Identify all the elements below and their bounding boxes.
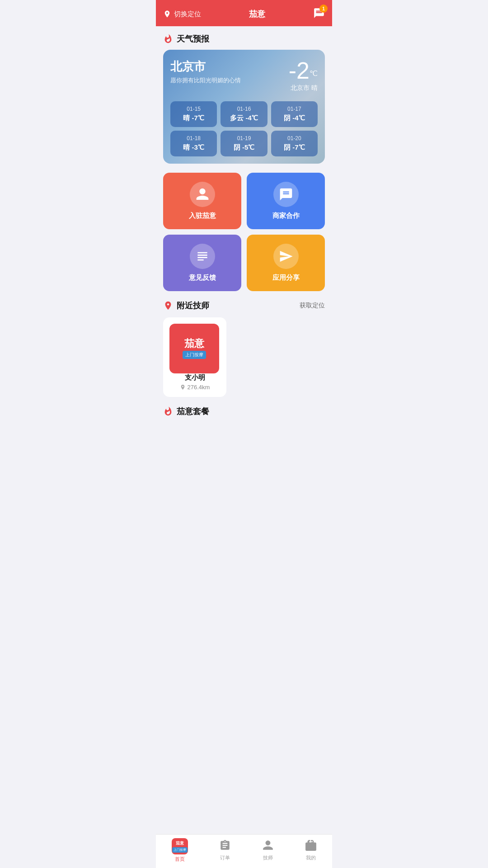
nav-icon-mine (305, 840, 317, 853)
feature-grid: 入驻茄意 商家合作 意见反馈 应用分享 (163, 173, 325, 291)
nav-icon-orders (219, 840, 231, 853)
weather-right: -2℃ 北京市 晴 (289, 59, 318, 92)
weather-day-desc: 阴 -4℃ (275, 114, 314, 123)
weather-card: 北京市 愿你拥有比阳光明媚的心情 -2℃ 北京市 晴 01-15 晴 -7℃ 0… (163, 50, 325, 164)
location-label: 切换定位 (174, 10, 201, 19)
main-content: 天气预报 北京市 愿你拥有比阳光明媚的心情 -2℃ 北京市 晴 01-15 晴 … (156, 26, 332, 458)
feature-card-join[interactable]: 入驻茄意 (163, 173, 241, 229)
nearby-title: 附近技师 (177, 300, 209, 311)
bottom-navigation: 茄意上门按摩 首页 订单 技师 我的 (156, 834, 332, 868)
weather-section-header: 天气预报 (163, 33, 325, 44)
nav-label-mine: 我的 (306, 854, 316, 861)
weather-day-date: 01-19 (224, 135, 263, 142)
technician-card[interactable]: 茄意 上门按摩 支小明 276.4km (163, 317, 226, 397)
feature-icon-wrap-share (273, 244, 299, 269)
weather-temp-display: -2℃ (289, 59, 318, 82)
feature-icon-wrap-merchant (273, 182, 299, 207)
nearby-title-group: 附近技师 (163, 300, 209, 311)
weather-day-item: 01-16 多云 -4℃ (221, 101, 267, 127)
nearby-header: 附近技师 获取定位 (163, 300, 325, 311)
feature-label-join: 入驻茄意 (189, 212, 216, 220)
weather-day-desc: 多云 -4℃ (224, 114, 263, 123)
weather-day-date: 01-17 (275, 106, 314, 112)
location-switch[interactable]: 切换定位 (163, 10, 201, 19)
nav-icon-home: 茄意上门按摩 (172, 838, 188, 854)
nav-item-mine[interactable]: 我的 (305, 840, 317, 861)
feature-icon-wrap-feedback (190, 244, 215, 269)
app-title: 茄意 (249, 9, 265, 19)
weather-title: 天气预报 (177, 33, 209, 44)
weather-day-desc: 阴 -7℃ (275, 143, 314, 152)
location-pin-icon (163, 10, 171, 18)
weather-left: 北京市 愿你拥有比阳光明媚的心情 (170, 59, 241, 85)
feature-card-feedback[interactable]: 意见反馈 (163, 235, 241, 291)
weather-city-desc: 北京市 晴 (289, 84, 318, 92)
weather-slogan: 愿你拥有比阳光明媚的心情 (170, 76, 241, 85)
weather-day-item: 01-17 阴 -4℃ (271, 101, 318, 127)
weather-day-item: 01-18 晴 -3℃ (170, 131, 217, 156)
nav-item-orders[interactable]: 订单 (219, 840, 231, 861)
weather-temperature: -2 (289, 57, 310, 84)
package-header: 茄意套餐 (163, 406, 325, 417)
feature-label-feedback: 意见反馈 (189, 274, 216, 282)
message-badge: 1 (319, 5, 328, 13)
distance-pin-icon (180, 384, 186, 390)
weather-day-item: 01-15 晴 -7℃ (170, 101, 217, 127)
weather-day-desc: 晴 -7℃ (174, 114, 213, 123)
package-flame-icon (163, 406, 173, 416)
technician-distance: 276.4km (169, 384, 220, 391)
weather-day-desc: 晴 -3℃ (174, 143, 213, 152)
package-title: 茄意套餐 (177, 406, 209, 417)
nav-item-home[interactable]: 茄意上门按摩 首页 (172, 838, 188, 863)
weather-day-date: 01-15 (174, 106, 213, 112)
weather-city: 北京市 (170, 59, 241, 75)
technician-name: 支小明 (169, 373, 220, 382)
nav-label-technician: 技师 (263, 854, 273, 861)
technician-logo: 茄意 上门按摩 (169, 324, 219, 373)
nearby-pin-icon (163, 301, 173, 311)
technician-list: 茄意 上门按摩 支小明 276.4km (163, 317, 325, 397)
nav-label-orders: 订单 (220, 854, 230, 861)
tech-logo-sub: 上门按摩 (183, 351, 206, 359)
feature-label-merchant: 商家合作 (272, 212, 300, 220)
feature-card-merchant[interactable]: 商家合作 (247, 173, 325, 229)
weather-unit: ℃ (310, 70, 318, 77)
weather-day-date: 01-18 (174, 135, 213, 142)
weather-day-date: 01-16 (224, 106, 263, 112)
feature-card-share[interactable]: 应用分享 (247, 235, 325, 291)
weather-day-item: 01-20 阴 -7℃ (271, 131, 318, 156)
feature-label-share: 应用分享 (272, 274, 300, 282)
tech-logo-text: 茄意 (184, 338, 204, 349)
get-location-button[interactable]: 获取定位 (300, 302, 325, 310)
weather-day-desc: 阴 -5℃ (224, 143, 263, 152)
message-button[interactable]: 1 (313, 7, 325, 21)
distance-value: 276.4km (188, 384, 210, 391)
nav-icon-technician (262, 840, 274, 853)
weather-grid: 01-15 晴 -7℃ 01-16 多云 -4℃ 01-17 阴 -4℃ 01-… (170, 101, 318, 156)
weather-top: 北京市 愿你拥有比阳光明媚的心情 -2℃ 北京市 晴 (170, 59, 318, 92)
nav-label-home: 首页 (175, 856, 185, 863)
weather-day-item: 01-19 阴 -5℃ (221, 131, 267, 156)
weather-day-date: 01-20 (275, 135, 314, 142)
flame-icon (163, 34, 173, 44)
nav-item-technician[interactable]: 技师 (262, 840, 274, 861)
app-header: 切换定位 茄意 1 (156, 0, 332, 26)
feature-icon-wrap-join (190, 182, 215, 207)
